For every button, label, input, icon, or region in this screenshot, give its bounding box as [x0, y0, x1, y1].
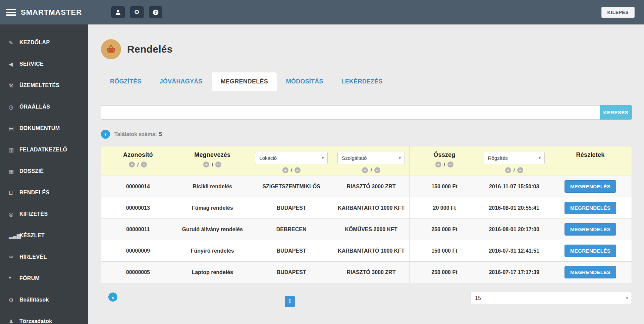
order-recorded-cell: 2016-07-31 12:41:51: [479, 240, 549, 262]
megrendeles-button[interactable]: MEGRENDELÉS: [565, 245, 616, 257]
menu-icon[interactable]: [6, 9, 16, 16]
results-label: Találatok száma:: [114, 131, 157, 137]
sidebar-item-torzsadatok[interactable]: ♟ Törzsadatok: [0, 311, 88, 324]
column-header-rogzites: Rögzítés + / −: [479, 146, 549, 176]
cart-icon: ⊔: [9, 190, 19, 196]
order-id-cell: 00000014: [101, 176, 175, 197]
order-name-cell: Bicikli rendelés: [175, 176, 250, 197]
results-count: 5: [159, 131, 162, 137]
gear-icon: ⚙: [134, 9, 140, 15]
table-row: 00000011 Guruló állvány rendelés DEBRECE…: [101, 219, 632, 240]
sort-ascending-icon[interactable]: +: [505, 167, 511, 173]
sidebar-item-kifizetes[interactable]: ◎ KIFIZETÉS: [0, 203, 88, 225]
column-header-lokacio: Lokáció + / −: [250, 146, 333, 176]
search-bar: KERESÉS: [101, 105, 632, 120]
order-recorded-cell: 2016-07-17 17:17:39: [479, 262, 549, 283]
order-details-cell: MEGRENDELÉS: [549, 262, 632, 283]
profile-button[interactable]: [111, 6, 125, 18]
sort-descending-icon[interactable]: −: [447, 161, 453, 168]
search-button[interactable]: KERESÉS: [600, 105, 632, 120]
order-amount-cell: 20 000 Ft: [410, 197, 479, 219]
column-header-szolgaltato: Szolgáltató + / −: [333, 146, 410, 176]
page-size-select[interactable]: 15: [471, 292, 632, 304]
sort-controls: + / −: [250, 167, 333, 173]
order-page-icon: [101, 39, 121, 59]
sidebar-item-oraallas[interactable]: ◷ ÓRAÁLLÁS: [0, 96, 88, 118]
app-brand: SMARTMASTER: [21, 8, 82, 17]
sidebar-item-dokumentum[interactable]: ▤ DOKUMENTUM: [0, 118, 88, 139]
order-provider-cell: KŐMŰVES 2000 KFT: [333, 219, 410, 240]
sort-ascending-icon[interactable]: +: [362, 167, 368, 173]
tab-lekerdezes[interactable]: LEKÉRDEZÉS: [332, 72, 392, 91]
order-amount-cell: 250 000 Ft: [410, 262, 479, 283]
order-provider-cell: RIASZTÓ 3000 ZRT: [333, 176, 410, 197]
help-button[interactable]: ?: [149, 6, 162, 18]
sort-ascending-icon[interactable]: +: [129, 161, 135, 168]
megrendeles-button[interactable]: MEGRENDELÉS: [565, 266, 616, 278]
chevron-down-icon: ▼: [104, 132, 107, 136]
settings-button[interactable]: ⚙: [130, 6, 144, 18]
order-location-cell: BUDAPEST: [250, 262, 333, 283]
column-header-megnevezes: Megnevezés + / −: [175, 146, 250, 176]
sort-descending-icon[interactable]: −: [374, 167, 380, 173]
szolgaltato-filter-select[interactable]: Szolgáltató: [337, 152, 405, 164]
logout-button[interactable]: KILÉPÉS: [601, 7, 635, 18]
pagination-page-1[interactable]: 1: [285, 296, 295, 307]
search-input[interactable]: [101, 105, 600, 120]
sort-descending-icon[interactable]: −: [215, 161, 221, 168]
order-location-cell: BUDAPEST: [250, 240, 333, 262]
sort-descending-icon[interactable]: −: [141, 161, 147, 168]
orders-table: Azonosító + / − Megnevezés + / −: [101, 146, 632, 283]
order-recorded-cell: 2016-08-01 20:17:00: [479, 219, 549, 240]
sidebar-item-dosszie[interactable]: ▦ DOSSZIÉ: [0, 160, 88, 182]
table-row: 00000013 Fűmag rendelés BUDAPEST KARBANT…: [101, 197, 632, 219]
table-header-row: Azonosító + / − Megnevezés + / −: [101, 146, 632, 176]
sort-ascending-icon[interactable]: +: [203, 161, 209, 168]
rogzites-filter-select[interactable]: Rögzítés: [484, 152, 545, 164]
scroll-top-button[interactable]: ▲: [108, 293, 117, 302]
megrendeles-button[interactable]: MEGRENDELÉS: [565, 180, 616, 193]
table-row: 00000009 Fűnyíró rendelés BUDAPEST KARBA…: [101, 240, 632, 262]
sort-ascending-icon[interactable]: +: [282, 167, 288, 173]
sort-controls: + / −: [175, 161, 250, 168]
sidebar-item-rendeles[interactable]: ⊔ RENDELÉS: [0, 182, 88, 203]
tab-modositas[interactable]: MÓDOSÍTÁS: [277, 72, 332, 91]
tab-megrendeles[interactable]: MEGRENDELÉS: [212, 72, 277, 91]
sort-controls: + / −: [333, 167, 410, 173]
column-header-azonosito: Azonosító + / −: [101, 146, 175, 176]
sort-controls: + / −: [410, 161, 479, 168]
column-label: Megnevezés: [175, 151, 250, 158]
envelope-icon: ✉: [9, 254, 19, 260]
page-title: Rendelés: [127, 44, 173, 55]
collapse-toggle-button[interactable]: ▼: [101, 130, 110, 139]
svg-text:?: ?: [155, 10, 157, 14]
user-icon: ♟: [9, 318, 19, 324]
sort-descending-icon[interactable]: −: [294, 167, 301, 173]
sidebar-item-kezdolap[interactable]: ✎ KEZDŐLAP: [0, 32, 88, 53]
order-amount-cell: 250 000 Ft: [410, 219, 479, 240]
order-name-cell: Laptop rendelés: [175, 262, 250, 283]
user-icon: [115, 9, 121, 16]
megrendeles-button[interactable]: MEGRENDELÉS: [565, 223, 616, 236]
megrendeles-button[interactable]: MEGRENDELÉS: [565, 202, 616, 214]
order-recorded-cell: 2016-11-07 15:50:03: [479, 176, 549, 197]
sidebar-item-forum[interactable]: ❝ FÓRUM: [0, 268, 88, 289]
sidebar-item-keszlet[interactable]: ▂▄▆ KÉSZLET: [0, 225, 88, 246]
sidebar-item-beallitasok[interactable]: ⚙ Beállítások: [0, 289, 88, 311]
sort-ascending-icon[interactable]: +: [435, 161, 441, 168]
sidebar-item-service[interactable]: ◀ SERVICE: [0, 53, 88, 75]
tab-rogzites[interactable]: RÖGZÍTÉS: [101, 72, 151, 91]
sidebar-item-uzemeltetes[interactable]: ⚒ ÜZEMELTETÉS: [0, 75, 88, 96]
order-details-cell: MEGRENDELÉS: [549, 176, 632, 197]
sort-descending-icon[interactable]: −: [517, 167, 523, 173]
sidebar-item-feladatkezelo[interactable]: ▥ FELADATKEZELŐ: [0, 139, 88, 160]
gear-icon: ⚙: [9, 297, 19, 303]
sidebar-item-hirlevel[interactable]: ✉ HÍRLEVÉL: [0, 246, 88, 268]
order-id-cell: 00000011: [101, 219, 175, 240]
order-id-cell: 00000013: [101, 197, 175, 219]
order-details-cell: MEGRENDELÉS: [549, 197, 632, 219]
lokacio-filter-select[interactable]: Lokáció: [255, 152, 327, 164]
order-recorded-cell: 2016-08-01 20:55:41: [479, 197, 549, 219]
table-row: 00000014 Bicikli rendelés SZIGETSZENTMIK…: [101, 176, 632, 197]
tab-jovahagyas[interactable]: JÓVÁHAGYÁS: [151, 72, 212, 91]
